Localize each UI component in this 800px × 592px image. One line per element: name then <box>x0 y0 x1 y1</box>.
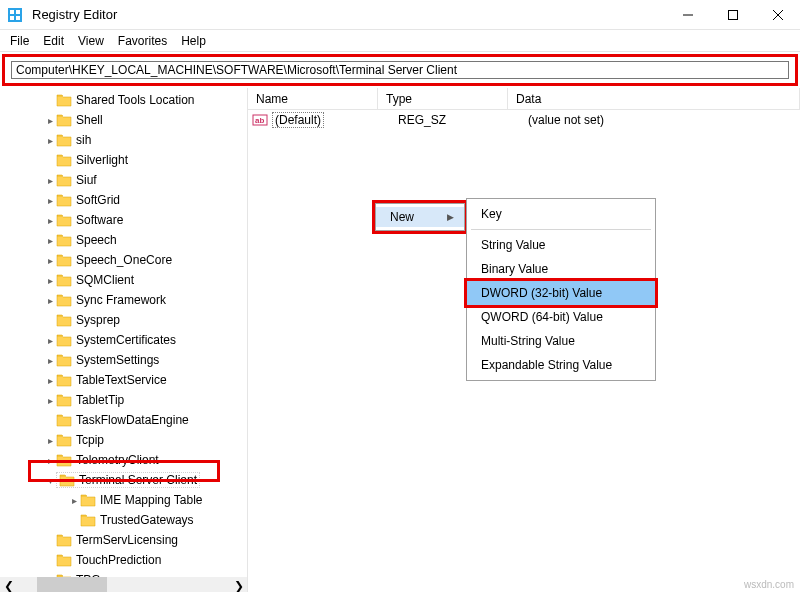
folder-icon <box>56 173 72 187</box>
value-type: REG_SZ <box>394 113 524 127</box>
context-submenu-item[interactable]: Multi-String Value <box>467 329 655 353</box>
tree-item[interactable]: ▸SystemCertificates <box>0 330 247 350</box>
context-new-label: New <box>390 210 414 224</box>
folder-icon <box>56 273 72 287</box>
folder-icon <box>56 253 72 267</box>
svg-rect-1 <box>10 10 14 14</box>
twisty-icon[interactable]: ▸ <box>44 335 56 346</box>
menu-help[interactable]: Help <box>175 32 212 50</box>
maximize-button[interactable] <box>710 0 755 30</box>
twisty-icon[interactable]: ▾ <box>44 475 56 486</box>
tree-item[interactable]: ▾Terminal Server Client <box>0 470 247 490</box>
tree-item[interactable]: TaskFlowDataEngine <box>0 410 247 430</box>
tree-item[interactable]: ▸sih <box>0 130 247 150</box>
twisty-icon[interactable]: ▸ <box>44 295 56 306</box>
tree-label: SoftGrid <box>76 193 120 207</box>
tree-item[interactable]: ▸Siuf <box>0 170 247 190</box>
list-row[interactable]: ab (Default) REG_SZ (value not set) <box>248 110 800 130</box>
folder-icon <box>56 553 72 567</box>
tree-item[interactable]: ▸TabletTip <box>0 390 247 410</box>
twisty-icon[interactable]: ▸ <box>44 275 56 286</box>
tree-item[interactable]: ▸SQMClient <box>0 270 247 290</box>
folder-icon <box>80 513 96 527</box>
tree-label: Speech_OneCore <box>76 253 172 267</box>
submenu-arrow-icon: ▶ <box>447 212 454 222</box>
col-data[interactable]: Data <box>508 88 800 109</box>
tree-item[interactable]: ▸SoftGrid <box>0 190 247 210</box>
twisty-icon[interactable]: ▸ <box>68 495 80 506</box>
tree-label: Silverlight <box>76 153 128 167</box>
addressbar-highlight <box>2 54 798 86</box>
twisty-icon[interactable]: ▸ <box>44 435 56 446</box>
tree-label: TrustedGateways <box>100 513 194 527</box>
twisty-icon[interactable]: ▸ <box>44 375 56 386</box>
tree-item[interactable]: Sysprep <box>0 310 247 330</box>
twisty-icon[interactable]: ▸ <box>44 355 56 366</box>
tree-label: SystemSettings <box>76 353 159 367</box>
tree-item[interactable]: Silverlight <box>0 150 247 170</box>
tree-item[interactable]: TouchPrediction <box>0 550 247 570</box>
addressbar-input[interactable] <box>11 61 789 79</box>
twisty-icon[interactable]: ▸ <box>44 395 56 406</box>
titlebar: Registry Editor <box>0 0 800 30</box>
tree-item[interactable]: ▸Sync Framework <box>0 290 247 310</box>
tree-item[interactable]: ▸Speech_OneCore <box>0 250 247 270</box>
folder-icon <box>56 193 72 207</box>
twisty-icon[interactable]: ▸ <box>44 255 56 266</box>
folder-icon <box>56 313 72 327</box>
twisty-icon[interactable]: ▸ <box>44 215 56 226</box>
context-submenu-item[interactable]: Expandable String Value <box>467 353 655 377</box>
menu-file[interactable]: File <box>4 32 35 50</box>
context-menu-new[interactable]: New ▶ <box>376 207 464 227</box>
tree-item[interactable]: ▸SystemSettings <box>0 350 247 370</box>
tree-item[interactable]: TrustedGateways <box>0 510 247 530</box>
tree-hscrollbar[interactable]: ❮ ❯ <box>0 577 247 592</box>
twisty-icon[interactable]: ▸ <box>44 135 56 146</box>
twisty-icon[interactable]: ▸ <box>44 195 56 206</box>
folder-icon <box>56 373 72 387</box>
folder-icon <box>56 153 72 167</box>
tree-label: SystemCertificates <box>76 333 176 347</box>
close-button[interactable] <box>755 0 800 30</box>
scroll-thumb[interactable] <box>37 577 107 592</box>
menu-view[interactable]: View <box>72 32 110 50</box>
svg-rect-6 <box>728 10 737 19</box>
folder-icon <box>56 533 72 547</box>
tree-label: TouchPrediction <box>76 553 161 567</box>
context-submenu-item[interactable]: DWORD (32-bit) Value <box>464 278 658 308</box>
tree-item[interactable]: ▸IME Mapping Table <box>0 490 247 510</box>
context-submenu-item[interactable]: String Value <box>467 233 655 257</box>
context-submenu-item[interactable]: QWORD (64-bit) Value <box>467 305 655 329</box>
col-name[interactable]: Name <box>248 88 378 109</box>
menu-favorites[interactable]: Favorites <box>112 32 173 50</box>
folder-icon <box>56 333 72 347</box>
scroll-right-icon[interactable]: ❯ <box>230 577 247 592</box>
tree-item[interactable]: ▸TableTextService <box>0 370 247 390</box>
svg-text:ab: ab <box>255 116 264 125</box>
twisty-icon[interactable]: ▸ <box>44 235 56 246</box>
context-submenu-item[interactable]: Key <box>467 202 655 226</box>
col-type[interactable]: Type <box>378 88 508 109</box>
tree-label: TabletTip <box>76 393 124 407</box>
tree-item[interactable]: ▸TelemetryClient <box>0 450 247 470</box>
tree-item[interactable]: Shared Tools Location <box>0 90 247 110</box>
menu-edit[interactable]: Edit <box>37 32 70 50</box>
tree-item[interactable]: ▸Tcpip <box>0 430 247 450</box>
scroll-left-icon[interactable]: ❮ <box>0 577 17 592</box>
tree-label: Shared Tools Location <box>76 93 195 107</box>
twisty-icon[interactable]: ▸ <box>44 175 56 186</box>
tree-item[interactable]: ▸Speech <box>0 230 247 250</box>
menu-separator <box>471 229 651 230</box>
folder-icon <box>56 233 72 247</box>
tree-item[interactable]: ▸Software <box>0 210 247 230</box>
tree-item[interactable]: ▸Shell <box>0 110 247 130</box>
tree-label: SQMClient <box>76 273 134 287</box>
twisty-icon[interactable]: ▸ <box>44 455 56 466</box>
twisty-icon[interactable]: ▸ <box>44 115 56 126</box>
tree-label: Sync Framework <box>76 293 166 307</box>
folder-icon <box>56 453 72 467</box>
tree-item[interactable]: TermServLicensing <box>0 530 247 550</box>
tree-label: Sysprep <box>76 313 120 327</box>
minimize-button[interactable] <box>665 0 710 30</box>
folder-icon <box>56 133 72 147</box>
